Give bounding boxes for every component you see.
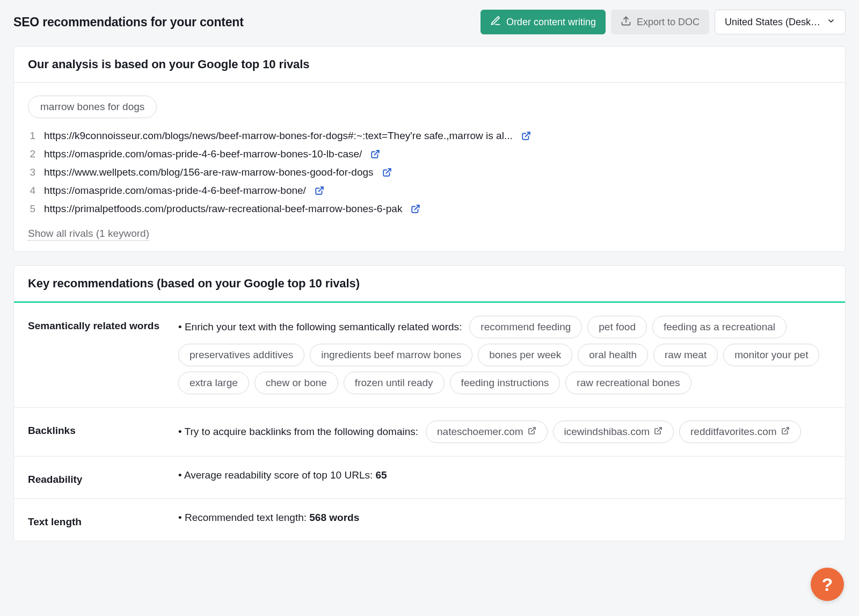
rec-content-backlinks: • Try to acquire backlinks from the foll… <box>178 421 831 443</box>
svg-line-5 <box>415 205 419 209</box>
upload-icon <box>621 16 631 29</box>
export-doc-label: Export to DOC <box>637 17 700 28</box>
semantic-chip[interactable]: chew or bone <box>254 372 338 394</box>
semantic-chip[interactable]: bones per week <box>478 344 572 366</box>
rival-number: 2 <box>28 148 35 160</box>
svg-line-2 <box>375 150 379 155</box>
rival-row: 2 https://omaspride.com/omas-pride-4-6-b… <box>28 148 831 160</box>
backlink-domain: icewindshibas.com <box>564 426 650 438</box>
semantic-chip[interactable]: feeding instructions <box>450 372 560 394</box>
external-link-icon[interactable] <box>315 186 324 195</box>
semantic-chip[interactable]: oral health <box>578 344 648 366</box>
rec-label-backlinks: Backlinks <box>28 421 178 443</box>
region-selector-label: United States (Deskt... <box>725 17 821 28</box>
analysis-card-body: marrow bones for dogs 1 https://k9connoi… <box>14 83 845 251</box>
top-bar: SEO recommendations for your content Ord… <box>13 10 846 34</box>
region-selector[interactable]: United States (Deskt... <box>715 10 846 34</box>
rec-readability-value: 65 <box>376 469 387 481</box>
external-link-icon[interactable] <box>382 168 392 177</box>
semantic-chip[interactable]: pet food <box>587 316 647 338</box>
semantic-chip[interactable]: recommend feeding <box>469 316 582 338</box>
rec-label-readability: Readability <box>28 469 178 485</box>
order-content-button[interactable]: Order content writing <box>481 10 606 34</box>
rival-row: 1 https://k9connoisseur.com/blogs/news/b… <box>28 130 831 142</box>
rival-url[interactable]: https://omaspride.com/omas-pride-4-6-bee… <box>44 148 362 160</box>
rival-number: 5 <box>28 203 35 215</box>
analysis-card: Our analysis is based on your Google top… <box>13 46 846 252</box>
svg-line-1 <box>525 132 529 136</box>
recommendations-header: Key recommendations (based on your Googl… <box>14 266 845 303</box>
svg-line-8 <box>784 427 788 431</box>
help-button[interactable]: ? <box>811 568 844 568</box>
svg-line-7 <box>658 427 661 431</box>
rival-row: 5 https://primalpetfoods.com/products/ra… <box>28 203 831 215</box>
rec-row-semantic: Semantically related words • Enrich your… <box>14 303 845 408</box>
rec-textlength-intro: Recommended text length: <box>185 512 307 523</box>
backlink-domain: redditfavorites.com <box>690 426 777 438</box>
keyword-pill[interactable]: marrow bones for dogs <box>28 96 157 118</box>
recommendations-card: Key recommendations (based on your Googl… <box>13 265 846 541</box>
semantic-chip[interactable]: preservatives additives <box>178 344 304 366</box>
rival-number: 3 <box>28 166 35 178</box>
rival-row: 4 https://omaspride.com/omas-pride-4-6-b… <box>28 185 831 197</box>
semantic-chip[interactable]: monitor your pet <box>723 344 819 366</box>
show-all-rivals-link[interactable]: Show all rivals (1 keyword) <box>28 228 149 241</box>
backlink-chip[interactable]: nateschoemer.com <box>426 421 548 443</box>
rival-url[interactable]: https://omaspride.com/omas-pride-4-6-bee… <box>44 185 306 197</box>
rival-list: 1 https://k9connoisseur.com/blogs/news/b… <box>28 130 831 215</box>
rival-number: 4 <box>28 185 35 197</box>
rec-backlinks-intro: • Try to acquire backlinks from the foll… <box>178 426 418 438</box>
rival-url[interactable]: https://k9connoisseur.com/blogs/news/bee… <box>44 130 513 142</box>
semantic-chip[interactable]: ingredients beef marrow bones <box>310 344 472 366</box>
rival-url[interactable]: https://www.wellpets.com/blog/156-are-ra… <box>44 166 374 178</box>
semantic-chip[interactable]: raw meat <box>653 344 718 366</box>
rival-row: 3 https://www.wellpets.com/blog/156-are-… <box>28 166 831 178</box>
rec-content-textlength: • Recommended text length: 568 words <box>178 512 831 528</box>
edit-icon <box>490 16 501 29</box>
rec-row-readability: Readability • Average readability score … <box>14 456 845 499</box>
backlink-chip[interactable]: icewindshibas.com <box>553 421 674 443</box>
rec-content-semantic: • Enrich your text with the following se… <box>178 316 831 394</box>
rec-row-backlinks: Backlinks • Try to acquire backlinks fro… <box>14 408 845 456</box>
semantic-chip[interactable]: feeding as a recreational <box>652 316 787 338</box>
external-link-icon[interactable] <box>521 131 531 141</box>
external-link-icon <box>528 426 536 438</box>
rival-number: 1 <box>28 130 35 142</box>
rec-readability-intro: Average readability score of top 10 URLs… <box>184 469 373 481</box>
rec-row-textlength: Text length • Recommended text length: 5… <box>14 499 845 541</box>
rec-semantic-intro: • Enrich your text with the following se… <box>178 321 462 333</box>
backlink-domain: nateschoemer.com <box>437 426 523 438</box>
rival-url[interactable]: https://primalpetfoods.com/products/raw-… <box>44 203 402 215</box>
svg-line-3 <box>386 169 390 173</box>
chevron-down-icon <box>827 17 835 28</box>
recommendations-title: Key recommendations (based on your Googl… <box>28 277 831 291</box>
semantic-chip[interactable]: raw recreational bones <box>565 372 691 394</box>
backlink-chip[interactable]: redditfavorites.com <box>679 421 801 443</box>
analysis-title: Our analysis is based on your Google top… <box>28 57 831 71</box>
order-content-label: Order content writing <box>506 17 596 28</box>
rec-content-readability: • Average readability score of top 10 UR… <box>178 469 831 485</box>
page-title: SEO recommendations for your content <box>13 15 244 30</box>
external-link-icon[interactable] <box>370 149 380 159</box>
rec-label-textlength: Text length <box>28 512 178 528</box>
analysis-card-header: Our analysis is based on your Google top… <box>14 47 845 83</box>
external-link-icon <box>781 426 790 438</box>
svg-line-4 <box>318 187 323 191</box>
export-doc-button[interactable]: Export to DOC <box>611 10 709 34</box>
semantic-chip[interactable]: extra large <box>178 372 249 394</box>
rec-label-semantic: Semantically related words <box>28 316 178 394</box>
rec-textlength-value: 568 words <box>309 512 359 523</box>
top-actions: Order content writing Export to DOC Unit… <box>481 10 846 34</box>
external-link-icon[interactable] <box>411 204 420 214</box>
external-link-icon <box>654 426 663 438</box>
semantic-chip[interactable]: frozen until ready <box>344 372 445 394</box>
svg-line-6 <box>531 427 535 431</box>
